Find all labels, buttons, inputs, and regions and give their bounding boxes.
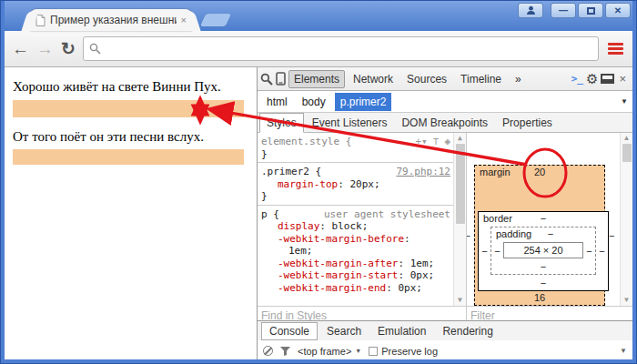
margin-left-value[interactable]: − (467, 230, 470, 241)
clear-console-icon[interactable] (263, 346, 273, 356)
padding-left-value[interactable]: − (491, 246, 503, 257)
tab-styles[interactable]: Styles (259, 113, 304, 133)
tab-rendering[interactable]: Rendering (435, 323, 500, 339)
gear-icon[interactable]: ⚙ (586, 72, 598, 86)
margin-right-value[interactable]: − (609, 230, 614, 241)
scrollbar-thumb[interactable] (622, 144, 632, 162)
devtools-toolbar: Elements Network Sources Timeline » >_ ⚙… (258, 67, 632, 91)
tab-emulation[interactable]: Emulation (370, 323, 433, 339)
primer2-selector: .primer2 { (261, 166, 321, 178)
border-top-value[interactable]: − (541, 213, 546, 224)
breadcrumb-body[interactable]: body (297, 93, 331, 111)
border-bottom-value[interactable]: − (479, 277, 608, 290)
frame-selector[interactable]: <top frame> ▼ (298, 346, 361, 357)
border-label: border (483, 212, 512, 226)
tab-sources[interactable]: Sources (401, 70, 452, 88)
maximize-button[interactable] (578, 3, 603, 18)
profile-button[interactable] (518, 3, 543, 18)
padding-label: padding (496, 228, 531, 241)
close-button[interactable]: ✕ (605, 3, 631, 18)
nav-toolbar: ← → ↻ (5, 31, 632, 67)
css-property[interactable]: -webkit-margin-after: 1em; (261, 258, 453, 270)
window-controls: — ✕ (518, 3, 631, 18)
back-button[interactable]: ← (12, 40, 29, 57)
tab-dom-breakpoints[interactable]: DOM Breakpoints (395, 114, 494, 132)
box-model-border[interactable]: border − − padding − (478, 211, 609, 291)
breadcrumb-selected-node[interactable]: p.primer2 (335, 93, 392, 111)
person-icon (526, 5, 536, 15)
metrics-scrollbar[interactable]: ▲ ▼ (620, 133, 632, 306)
console-drawer-tabs: Console Search Emulation Rendering (258, 320, 632, 340)
tab-close-icon[interactable]: × (181, 15, 187, 25)
new-tab-button[interactable] (200, 14, 232, 26)
browser-tab[interactable]: Пример указания внешних × (30, 9, 192, 31)
preserve-log-checkbox[interactable] (369, 347, 378, 356)
filter-funnel-icon[interactable] (280, 347, 290, 356)
element-style-selector: element.style { (261, 136, 351, 148)
address-bar[interactable] (83, 36, 599, 61)
toggle-element-state-icon[interactable]: ⊤ (433, 136, 440, 148)
box-model-margin[interactable]: margin 20 − border − − (474, 165, 605, 306)
margin-highlight-1 (13, 100, 244, 117)
css-property[interactable]: -webkit-margin-before: (261, 233, 453, 246)
css-property[interactable]: display: block; (261, 220, 453, 233)
css-property[interactable]: margin-top: 20px; (261, 178, 453, 191)
stylesheet-origin: user agent stylesheet (324, 208, 450, 221)
minimize-button[interactable]: — (551, 3, 576, 18)
primer2-close: } (261, 190, 453, 203)
border-right-value[interactable]: − (596, 246, 608, 257)
scroll-down-icon[interactable]: ▼ (621, 97, 631, 106)
rule-primer2: .primer2 { 79.php:12 margin-top: 20px; } (258, 163, 453, 206)
console-toolbar: <top frame> ▼ Preserve log ▼ (258, 340, 632, 361)
tab-title: Пример указания внешних (50, 14, 177, 26)
box-model-padding[interactable]: padding − − 254 × 20 − − (490, 227, 596, 275)
scroll-up-icon[interactable]: ▲ (458, 133, 462, 144)
rule-element-style: element.style { +▾ ⊤ ◈ } (258, 133, 453, 163)
metrics-pane: margin 20 − border − − (467, 133, 632, 306)
box-model-content-size[interactable]: 254 × 20 (503, 242, 583, 258)
dock-side-icon[interactable] (601, 74, 614, 84)
title-bar: Пример указания внешних × — ✕ (5, 1, 632, 31)
tab-timeline[interactable]: Timeline (455, 70, 507, 88)
tab-search[interactable]: Search (319, 323, 369, 339)
scrollbar-thumb[interactable] (456, 144, 465, 224)
breadcrumb-html[interactable]: html (261, 93, 293, 111)
forward-button[interactable]: → (36, 40, 54, 57)
inspect-search-icon[interactable] (260, 73, 273, 86)
scroll-up-icon[interactable]: ▲ (623, 133, 631, 144)
margin-top-value[interactable]: 20 (534, 167, 545, 177)
tab-network[interactable]: Network (348, 70, 399, 88)
css-property-wrapped-value[interactable]: 1em; (261, 245, 453, 258)
more-tabs-chevron[interactable]: » (510, 70, 527, 88)
border-left-value[interactable]: − (479, 246, 490, 257)
padding-bottom-value[interactable]: − (491, 260, 595, 274)
tab-properties[interactable]: Properties (496, 114, 559, 132)
margin-highlight-2 (13, 149, 244, 165)
device-mode-icon[interactable] (276, 72, 286, 86)
margin-bottom-value[interactable]: 16 (475, 291, 604, 305)
padding-right-value[interactable]: − (583, 246, 595, 257)
source-link[interactable]: 79.php:12 (396, 166, 450, 178)
new-style-rule-icon[interactable]: +▾ (416, 136, 428, 148)
styles-scrollbar[interactable]: ▲ ▼ (453, 133, 466, 306)
scroll-down-icon: ▼ (620, 347, 627, 355)
breadcrumb: html body p.primer2 ▼ (258, 91, 632, 113)
page-paragraph-1: Хорошо живёт на свете Винни Пух. (13, 79, 257, 95)
url-input[interactable] (106, 42, 592, 56)
reload-button[interactable]: ↻ (61, 40, 76, 57)
browser-window: Пример указания внешних × — ✕ ← → ↻ Хоро… (0, 0, 637, 364)
css-property[interactable]: -webkit-margin-start: 0px; (261, 269, 453, 282)
tab-elements[interactable]: Elements (288, 70, 345, 88)
page-favicon-icon (35, 15, 46, 26)
console-toggle-icon[interactable]: >_ (571, 73, 583, 85)
tab-console[interactable]: Console (261, 322, 318, 340)
chrome-menu-button[interactable] (606, 41, 625, 56)
devtools-close-icon[interactable]: × (617, 72, 630, 86)
css-property[interactable]: -webkit-margin-end: 0px; (261, 282, 453, 295)
scroll-down-icon[interactable]: ▼ (623, 295, 631, 306)
tab-event-listeners[interactable]: Event Listeners (306, 114, 394, 132)
element-states-icon[interactable]: ◈ (444, 136, 450, 148)
scroll-down-icon[interactable]: ▼ (458, 295, 462, 306)
page-paragraph-2: От того поёт он эти песни вслух. (13, 129, 257, 145)
margin-label: margin (480, 166, 511, 179)
